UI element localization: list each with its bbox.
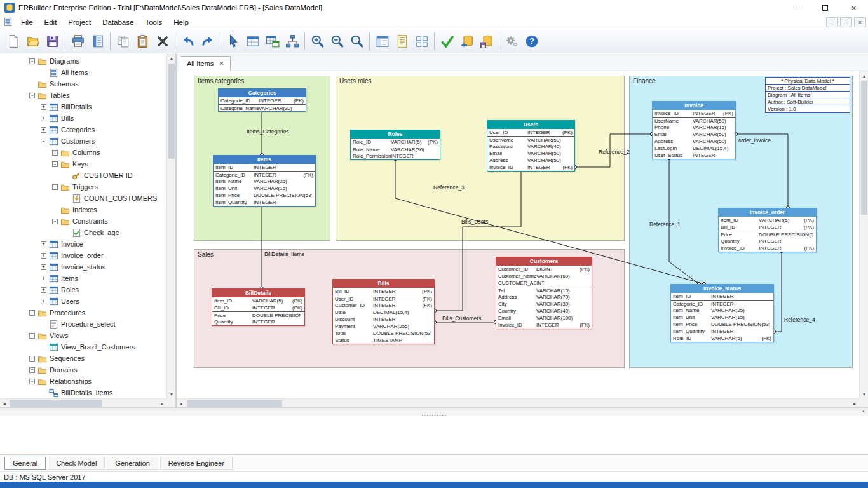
entity-items[interactable]: ItemsItem_IDINTEGERCategorie_IDINTEGER(F… bbox=[213, 155, 316, 207]
canvas-horizontal-scrollbar[interactable]: ◄ ► bbox=[177, 398, 859, 407]
tree-item-count-customers[interactable]: COUNT_CUSTOMERS bbox=[0, 193, 166, 204]
tree-item-domains[interactable]: +Domains bbox=[0, 364, 166, 376]
new-button[interactable] bbox=[3, 30, 23, 51]
expand-box[interactable]: + bbox=[41, 287, 46, 293]
expand-box[interactable]: + bbox=[52, 150, 58, 156]
zoom-in-button[interactable] bbox=[308, 30, 327, 51]
canvas-vertical-scrollbar[interactable]: ▲ ▼ bbox=[859, 71, 868, 398]
collapse-box[interactable]: - bbox=[29, 58, 35, 64]
maximize-button[interactable] bbox=[811, 0, 839, 15]
db-save-button[interactable] bbox=[477, 30, 496, 51]
entity-customers[interactable]: CustomersCustomer_IDBIGINT(PK)Customer_N… bbox=[496, 257, 592, 329]
expand-box[interactable]: + bbox=[29, 356, 35, 362]
views-button[interactable] bbox=[262, 30, 282, 51]
tree-item-invoice-order[interactable]: +Invoice_order bbox=[0, 250, 166, 261]
undo-button[interactable] bbox=[178, 30, 198, 51]
tab-all-items[interactable]: All Items × bbox=[180, 56, 231, 71]
splitter-handle[interactable]: ·········· bbox=[421, 412, 447, 418]
entity-bills[interactable]: BillsBill_IDINTEGER(PK)User_IDINTEGER(FK… bbox=[332, 279, 435, 344]
mdi-restore-button[interactable] bbox=[840, 17, 852, 27]
collapse-box[interactable]: - bbox=[41, 139, 46, 144]
scroll-up-button[interactable]: ▲ bbox=[167, 53, 176, 62]
tree-vertical-scrollbar[interactable]: ▲ ▼ bbox=[166, 53, 175, 398]
collapse-box[interactable]: - bbox=[29, 333, 35, 339]
menu-project[interactable]: Project bbox=[62, 17, 97, 28]
menu-database[interactable]: Database bbox=[97, 17, 139, 28]
save-button[interactable] bbox=[43, 30, 62, 51]
note-button[interactable] bbox=[392, 30, 412, 51]
expand-box[interactable]: + bbox=[41, 276, 46, 281]
scrollbar-thumb[interactable] bbox=[861, 81, 867, 215]
zoom-out-button[interactable] bbox=[327, 30, 347, 51]
grid-button[interactable] bbox=[412, 30, 431, 51]
tree-item-categories[interactable]: +Categories bbox=[0, 124, 166, 135]
bottom-tab-general[interactable]: General bbox=[4, 457, 46, 470]
mdi-close-button[interactable]: × bbox=[854, 17, 866, 27]
open-button[interactable] bbox=[23, 30, 43, 51]
tree-item-constraints[interactable]: -Constraints bbox=[0, 215, 166, 227]
expand-box[interactable]: + bbox=[41, 104, 46, 110]
delete-button[interactable] bbox=[153, 30, 172, 51]
table-button[interactable] bbox=[243, 30, 262, 51]
tree-item-all-items[interactable]: All Items bbox=[0, 67, 166, 78]
entity-invoice-status[interactable]: Invoice_statusItem_IDINTEGERCategorie_ID… bbox=[670, 284, 774, 342]
menu-help[interactable]: Help bbox=[168, 17, 194, 28]
scrollbar-thumb[interactable] bbox=[10, 400, 102, 407]
collapse-box[interactable]: - bbox=[29, 310, 35, 316]
collapse-box[interactable]: - bbox=[52, 161, 58, 167]
entity-categories[interactable]: CategoriesCategorie_IDINTEGER(PK)Categor… bbox=[218, 88, 306, 112]
tree-item-tables[interactable]: -Tables bbox=[0, 90, 166, 101]
diagram-viewport[interactable]: Items categoriesUsers rolesFinanceSalesI… bbox=[177, 71, 859, 398]
tree-item-views[interactable]: -Views bbox=[0, 330, 166, 341]
expand-box[interactable]: + bbox=[41, 264, 46, 270]
tree-item-diagrams[interactable]: -Diagrams bbox=[0, 55, 166, 67]
expand-box[interactable]: + bbox=[29, 367, 35, 373]
tree-item-procedure-select[interactable]: Procedure_select bbox=[0, 318, 166, 330]
tree-item-customer-id[interactable]: CUSTOMER ID bbox=[0, 170, 166, 181]
expand-box[interactable]: + bbox=[41, 116, 46, 121]
panel-splitter[interactable]: ·········· ▲ bbox=[0, 407, 868, 416]
panel-collapse-button[interactable]: ▲ bbox=[862, 409, 865, 413]
bottom-tab-check-model[interactable]: Check Model bbox=[48, 457, 105, 470]
tree-item-bills[interactable]: +Bills bbox=[0, 112, 166, 124]
tree-horizontal-scrollbar[interactable]: ◄ ► bbox=[0, 398, 166, 407]
scroll-left-button[interactable]: ◄ bbox=[0, 399, 9, 408]
tree-item-invoice[interactable]: +Invoice bbox=[0, 238, 166, 250]
tree-item-items[interactable]: +Items bbox=[0, 273, 166, 284]
tree-item-check-age[interactable]: Check_age bbox=[0, 227, 166, 238]
tree-item-relationships[interactable]: -Relationships bbox=[0, 376, 166, 387]
zoom-button[interactable] bbox=[347, 30, 367, 51]
scroll-down-button[interactable]: ▼ bbox=[860, 390, 868, 398]
menu-edit[interactable]: Edit bbox=[39, 17, 63, 28]
entity-billdetails[interactable]: BillDetailsItem_IDVARCHAR(5)(PK)Bill_IDI… bbox=[212, 288, 305, 326]
bottom-tab-generation[interactable]: Generation bbox=[107, 457, 158, 470]
tree-item-keys[interactable]: -Keys bbox=[0, 158, 166, 170]
redo-button[interactable] bbox=[198, 30, 217, 51]
print-button[interactable] bbox=[68, 30, 88, 51]
menu-tools[interactable]: Tools bbox=[139, 17, 168, 28]
tree-item-billdetails-items[interactable]: BillDetails_Items bbox=[0, 387, 166, 398]
tree-item-users[interactable]: +Users bbox=[0, 295, 166, 307]
db-reverse-button[interactable] bbox=[457, 30, 477, 51]
paste-button[interactable] bbox=[133, 30, 153, 51]
tree-item-view-brazil-customers[interactable]: View_Brazil_Customers bbox=[0, 341, 166, 353]
scroll-up-button[interactable]: ▲ bbox=[860, 71, 868, 80]
tree-item-procedures[interactable]: -Procedures bbox=[0, 307, 166, 318]
expand-box[interactable]: + bbox=[41, 299, 46, 304]
settings-button[interactable] bbox=[502, 30, 522, 51]
expand-box[interactable]: + bbox=[41, 253, 46, 259]
tree-item-customers[interactable]: -Customers bbox=[0, 135, 166, 147]
help-button[interactable]: ? bbox=[522, 30, 541, 51]
entity-users[interactable]: UsersUser_IDINTEGER(PK)UserNameVARCHAR(5… bbox=[487, 120, 575, 172]
tree-item-billdetails[interactable]: +BillDetails bbox=[0, 101, 166, 112]
panel-button[interactable] bbox=[372, 30, 392, 51]
mdi-minimize-button[interactable] bbox=[826, 17, 838, 27]
collapse-box[interactable]: - bbox=[29, 379, 35, 384]
copy-button[interactable] bbox=[113, 30, 133, 51]
expand-box[interactable]: + bbox=[41, 127, 46, 133]
entity-roles[interactable]: RolesRole_IDVARCHAR(5)(PK)Role_NameVARCH… bbox=[350, 130, 440, 160]
scroll-right-button[interactable]: ► bbox=[850, 399, 859, 407]
select-button[interactable] bbox=[223, 30, 243, 51]
scrollbar-thumb[interactable] bbox=[168, 64, 175, 159]
close-button[interactable]: × bbox=[839, 0, 868, 15]
